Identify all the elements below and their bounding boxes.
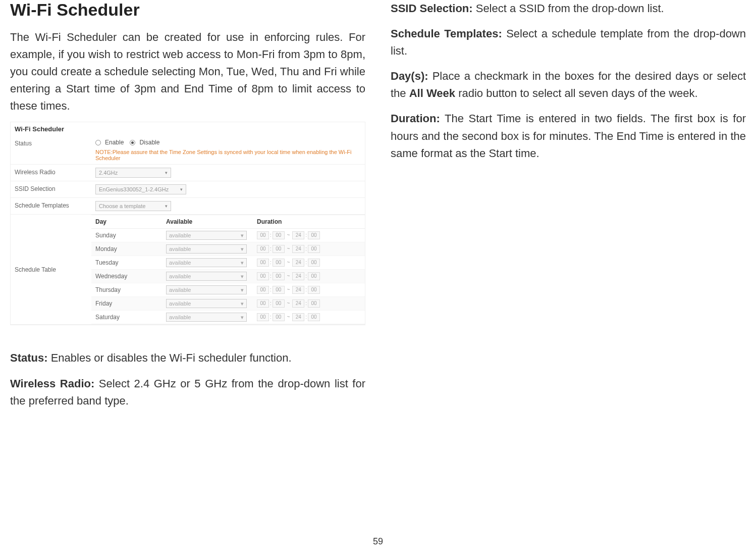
def-templates-term: Schedule Templates:: [391, 27, 502, 40]
panel-row-ssid: SSID Selection EnGenius330052_1-2.4GHz ▾: [11, 181, 365, 198]
start-hour-input[interactable]: 00: [257, 259, 269, 267]
chevron-down-icon: ▾: [241, 314, 244, 321]
cell-duration: 00:00 ~ 24:00: [257, 299, 361, 308]
col-header-day: Day: [95, 218, 166, 225]
time-separator: :: [270, 246, 272, 251]
panel-row-schedule-table: Schedule Table Day Available Duration Su…: [11, 215, 365, 325]
wireless-radio-value: 2.4GHz: [99, 170, 118, 176]
time-separator: ~: [286, 314, 291, 320]
page-title: Wi-Fi Scheduler: [10, 0, 365, 20]
start-hour-input[interactable]: 00: [257, 272, 269, 280]
available-select[interactable]: available▾: [166, 258, 247, 267]
time-separator: :: [270, 314, 272, 320]
status-note: NOTE:Please assure that the Time Zone Se…: [95, 149, 361, 161]
start-min-input[interactable]: 00: [273, 259, 285, 267]
chevron-down-icon: ▾: [241, 246, 244, 253]
panel-label-schedule-table: Schedule Table: [11, 215, 91, 324]
available-select[interactable]: available▾: [166, 299, 247, 308]
schedule-table-header: Day Available Duration: [91, 215, 365, 229]
time-separator: ~: [286, 300, 291, 306]
def-duration-text: The Start Time is entered in two fields.…: [391, 112, 746, 159]
end-min-input[interactable]: 00: [308, 231, 320, 239]
available-select[interactable]: available▾: [166, 231, 247, 240]
time-separator: :: [305, 287, 307, 292]
start-min-input[interactable]: 00: [273, 313, 285, 321]
radio-enable[interactable]: [95, 140, 101, 145]
time-separator: ~: [286, 260, 291, 265]
cell-day: Tuesday: [95, 259, 166, 266]
start-hour-input[interactable]: 00: [257, 286, 269, 294]
time-separator: :: [270, 232, 272, 238]
time-separator: :: [270, 273, 272, 279]
table-row: Mondayavailable▾00:00 ~ 24:00: [91, 242, 365, 256]
def-days-term: Day(s):: [391, 70, 428, 82]
radio-disable[interactable]: [130, 140, 135, 145]
cell-duration: 00:00 ~ 24:00: [257, 272, 361, 280]
end-hour-input[interactable]: 24: [292, 231, 304, 239]
note-label: NOTE:: [95, 149, 113, 155]
def-ssid: SSID Selection: Select a SSID from the d…: [391, 0, 746, 17]
end-min-input[interactable]: 00: [308, 259, 320, 267]
end-hour-input[interactable]: 24: [292, 299, 304, 308]
end-hour-input[interactable]: 24: [292, 245, 304, 253]
template-value: Choose a template: [99, 203, 145, 209]
start-hour-input[interactable]: 00: [257, 299, 269, 308]
start-min-input[interactable]: 00: [273, 245, 285, 253]
end-hour-input[interactable]: 24: [292, 286, 304, 294]
panel-row-wireless-radio: Wireless Radio 2.4GHz ▾: [11, 165, 365, 181]
panel-label-status: Status: [15, 139, 95, 147]
available-value: available: [169, 300, 191, 307]
end-hour-input[interactable]: 24: [292, 272, 304, 280]
table-row: Fridayavailable▾00:00 ~ 24:00: [91, 297, 365, 311]
chevron-down-icon: ▾: [180, 187, 183, 192]
cell-duration: 00:00 ~ 24:00: [257, 286, 361, 294]
start-min-input[interactable]: 00: [273, 299, 285, 308]
table-row: Tuesdayavailable▾00:00 ~ 24:00: [91, 256, 365, 270]
def-status-term: Status:: [10, 351, 48, 364]
time-separator: ~: [286, 273, 291, 279]
cell-day: Wednesday: [95, 273, 166, 280]
def-days-after: radio button to select all seven days of…: [455, 87, 698, 99]
available-select[interactable]: available▾: [166, 313, 247, 322]
time-separator: ~: [286, 246, 291, 251]
chevron-down-icon: ▾: [241, 232, 244, 239]
end-hour-input[interactable]: 24: [292, 313, 304, 321]
available-value: available: [169, 246, 191, 252]
cell-day: Monday: [95, 245, 166, 253]
end-min-input[interactable]: 00: [308, 299, 320, 308]
wireless-radio-select[interactable]: 2.4GHz ▾: [95, 168, 171, 178]
table-row: Wednesdayavailable▾00:00 ~ 24:00: [91, 270, 365, 283]
end-min-input[interactable]: 00: [308, 272, 320, 280]
available-select[interactable]: available▾: [166, 272, 247, 281]
start-min-input[interactable]: 00: [273, 272, 285, 280]
start-min-input[interactable]: 00: [273, 286, 285, 294]
ssid-select[interactable]: EnGenius330052_1-2.4GHz ▾: [95, 184, 186, 194]
panel-row-status: Status Enable Disable NOTE:Please assure…: [11, 136, 365, 165]
chevron-down-icon: ▾: [165, 170, 168, 175]
intro-text: The Wi-Fi Scheduler can be created for u…: [10, 29, 365, 115]
time-separator: ~: [286, 287, 291, 292]
cell-day: Friday: [95, 300, 166, 307]
template-select[interactable]: Choose a template ▾: [95, 201, 171, 211]
scheduler-panel: Wi-Fi Scheduler Status Enable Disable NO…: [10, 122, 365, 325]
note-text: Please assure that the Time Zone Setting…: [95, 149, 351, 161]
end-min-input[interactable]: 00: [308, 245, 320, 253]
def-status: Status: Enables or disables the Wi-Fi sc…: [10, 349, 365, 367]
cell-duration: 00:00 ~ 24:00: [257, 313, 361, 321]
def-templates: Schedule Templates: Select a schedule te…: [391, 25, 746, 60]
table-row: Sundayavailable▾00:00 ~ 24:00: [91, 229, 365, 242]
end-min-input[interactable]: 00: [308, 313, 320, 321]
start-hour-input[interactable]: 00: [257, 313, 269, 321]
cell-day: Sunday: [95, 232, 166, 239]
end-hour-input[interactable]: 24: [292, 259, 304, 267]
available-select[interactable]: available▾: [166, 285, 247, 294]
start-hour-input[interactable]: 00: [257, 231, 269, 239]
col-header-duration: Duration: [257, 218, 361, 225]
available-select[interactable]: available▾: [166, 244, 247, 254]
start-hour-input[interactable]: 00: [257, 245, 269, 253]
end-min-input[interactable]: 00: [308, 286, 320, 294]
def-wireless-radio: Wireless Radio: Select 2.4 GHz or 5 GHz …: [10, 375, 365, 410]
available-value: available: [169, 314, 191, 320]
start-min-input[interactable]: 00: [273, 231, 285, 239]
cell-duration: 00:00 ~ 24:00: [257, 231, 361, 239]
